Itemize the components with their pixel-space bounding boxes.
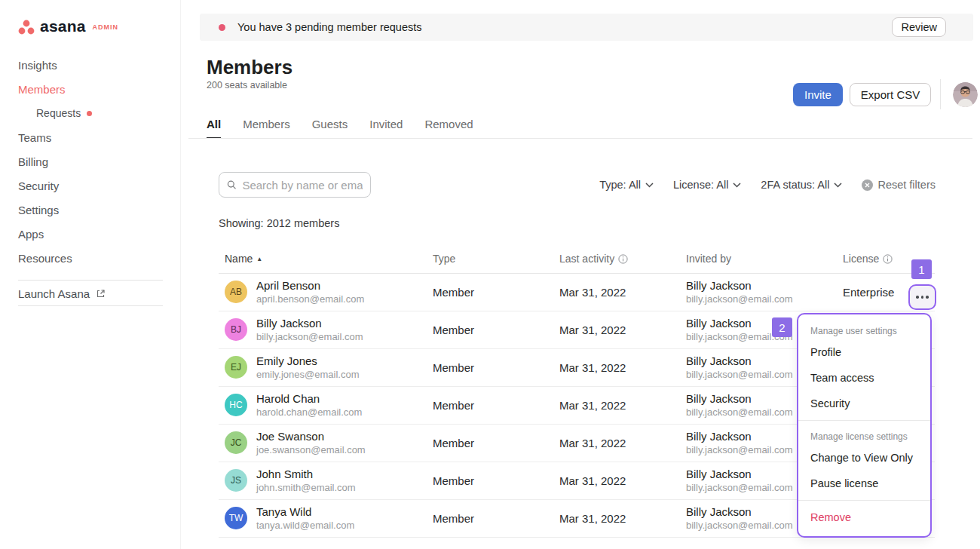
license-cell: Enterprise — [837, 286, 912, 299]
member-name-block: Tanya Wildtanya.wild@email.com — [256, 505, 354, 532]
header-actions: Invite Export CSV — [793, 79, 978, 109]
member-name-cell: HCHarold Chanharold.chan@email.com — [219, 391, 427, 419]
showing-count: Showing: 2012 members — [219, 217, 339, 229]
row-context-menu: Manage user settingsProfileTeam accessSe… — [797, 313, 932, 538]
sidebar-item-billing[interactable]: Billing — [0, 149, 181, 173]
filter-2fa-status[interactable]: 2FA status: All — [761, 179, 842, 191]
inviter-email: billy.jackson@email.com — [686, 293, 837, 306]
member-email: billy.jackson@email.com — [256, 331, 363, 344]
member-avatar: HC — [225, 394, 247, 416]
sidebar-item-label: Billing — [18, 155, 48, 168]
row-overflow-menu-button[interactable] — [908, 284, 936, 310]
table-row[interactable]: ABApril Bensonapril.benson@email.comMemb… — [219, 274, 935, 311]
menu-divider — [798, 420, 930, 421]
member-avatar: TW — [225, 507, 247, 529]
sidebar-item-insights[interactable]: Insights — [0, 53, 181, 77]
filter-label: License: All — [673, 179, 728, 191]
member-name-block: April Bensonapril.benson@email.com — [256, 278, 364, 305]
member-avatar: JS — [225, 469, 247, 492]
filter-type[interactable]: Type: All — [599, 179, 654, 191]
sidebar-item-resources[interactable]: Resources — [0, 246, 181, 270]
member-name-cell: JSJohn Smithjohn.smith@email.com — [219, 467, 427, 494]
info-icon — [883, 254, 893, 264]
last-activity-cell: Mar 31, 2022 — [553, 437, 680, 449]
sidebar-item-security[interactable]: Security — [0, 173, 181, 198]
launch-asana-label: Launch Asana — [18, 287, 90, 300]
sidebar-item-teams[interactable]: Teams — [0, 125, 181, 149]
export-csv-button[interactable]: Export CSV — [850, 83, 931, 106]
member-email: emily.jones@email.com — [256, 369, 360, 382]
tab-members[interactable]: Members — [243, 118, 290, 139]
menu-item-team-access[interactable]: Team access — [798, 365, 930, 391]
page-title: Members — [207, 56, 292, 79]
filter-license[interactable]: License: All — [673, 179, 741, 191]
filter-bar: Type: AllLicense: All2FA status: AllRese… — [599, 179, 936, 191]
column-header-name[interactable]: Name ▲ — [219, 253, 427, 265]
asana-logo[interactable]: asana ADMIN — [18, 18, 118, 35]
member-avatar: AB — [225, 281, 247, 303]
member-name: Tanya Wild — [256, 505, 354, 520]
sidebar-item-label: Members — [18, 83, 66, 96]
filter-label: 2FA status: All — [761, 179, 829, 191]
ellipsis-icon — [921, 296, 924, 299]
sidebar-divider-bottom — [18, 305, 163, 306]
sidebar-item-label: Requests — [36, 107, 81, 119]
member-type-cell: Member — [427, 324, 553, 336]
tab-all[interactable]: All — [207, 118, 221, 139]
sidebar-item-label: Security — [18, 179, 59, 192]
search-input[interactable] — [242, 179, 363, 192]
menu-item-profile[interactable]: Profile — [798, 339, 930, 365]
member-type-cell: Member — [427, 474, 553, 487]
reset-filters-label: Reset filters — [877, 179, 936, 191]
chevron-down-icon — [834, 182, 842, 188]
column-header-license[interactable]: License — [837, 253, 912, 265]
tab-invited[interactable]: Invited — [369, 118, 403, 139]
member-avatar: EJ — [225, 356, 247, 379]
invite-button[interactable]: Invite — [793, 83, 843, 106]
last-activity-cell: Mar 31, 2022 — [553, 512, 680, 525]
column-header-last-activity[interactable]: Last activity — [553, 253, 680, 265]
sidebar-item-launch-asana[interactable]: Launch Asana — [18, 287, 106, 300]
tabs-divider — [188, 138, 972, 139]
invited-by-cell: Billy Jacksonbilly.jackson@email.com — [680, 278, 837, 305]
menu-item-security[interactable]: Security — [798, 391, 930, 416]
member-name-block: John Smithjohn.smith@email.com — [256, 467, 356, 494]
ellipsis-icon — [916, 296, 919, 299]
column-header-invited-by[interactable]: Invited by — [680, 253, 837, 265]
sidebar-item-requests[interactable]: Requests — [0, 101, 181, 125]
sidebar-item-settings[interactable]: Settings — [0, 198, 181, 222]
menu-item-change-to-view-only[interactable]: Change to View Only — [798, 445, 930, 471]
last-activity-cell: Mar 31, 2022 — [553, 399, 680, 412]
pending-dot-icon — [219, 24, 225, 31]
sidebar-item-label: Apps — [18, 228, 44, 241]
menu-item-remove[interactable]: Remove — [798, 505, 930, 530]
member-type-cell: Member — [427, 437, 553, 449]
filter-label: Type: All — [599, 179, 641, 191]
member-name: Emily Jones — [256, 354, 360, 369]
member-avatar: BJ — [225, 318, 247, 341]
review-button[interactable]: Review — [892, 17, 946, 37]
sidebar-item-apps[interactable]: Apps — [0, 222, 181, 246]
search-box[interactable] — [219, 172, 371, 198]
tab-removed[interactable]: Removed — [424, 118, 473, 139]
sidebar-item-label: Insights — [18, 59, 57, 72]
user-avatar[interactable] — [953, 82, 978, 107]
member-type-cell: Member — [427, 361, 553, 374]
member-name: April Benson — [256, 278, 364, 293]
asana-logo-icon — [18, 20, 35, 35]
member-name-cell: TWTanya Wildtanya.wild@email.com — [219, 505, 427, 532]
tab-guests[interactable]: Guests — [312, 118, 348, 139]
column-header-type[interactable]: Type — [427, 253, 553, 265]
seats-available-text: 200 seats available — [207, 80, 287, 90]
sidebar-item-members[interactable]: Members — [0, 77, 181, 101]
actions-divider — [940, 79, 941, 109]
reset-filters-button[interactable]: Reset filters — [862, 179, 936, 191]
menu-item-pause-license[interactable]: Pause license — [798, 471, 930, 496]
asana-wordmark: asana — [40, 18, 86, 35]
member-name-cell: ABApril Bensonapril.benson@email.com — [219, 278, 427, 305]
member-email: april.benson@email.com — [256, 293, 364, 306]
member-name-cell: EJEmily Jonesemily.jones@email.com — [219, 354, 427, 381]
member-email: joe.swanson@email.com — [256, 444, 366, 457]
member-type-cell: Member — [427, 286, 553, 299]
menu-section-header: Manage license settings — [798, 425, 930, 445]
